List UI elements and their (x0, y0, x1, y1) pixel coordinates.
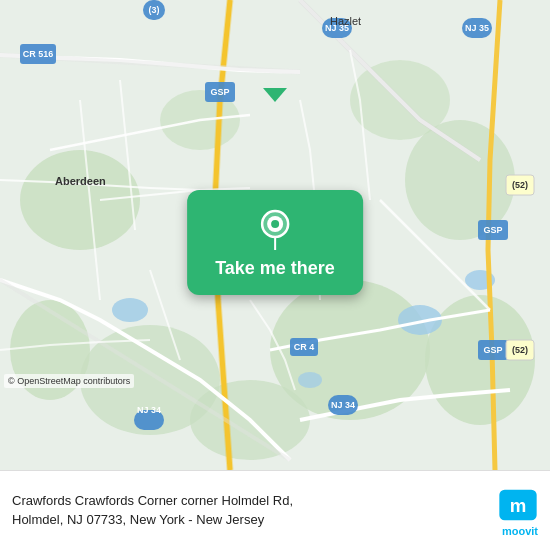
svg-point-42 (271, 220, 279, 228)
address-text: Crawfords Crawfords Corner corner Holmde… (12, 492, 488, 528)
svg-text:(52): (52) (512, 180, 528, 190)
svg-text:GSP: GSP (210, 87, 229, 97)
svg-text:GSP: GSP (483, 225, 502, 235)
moovit-brand-text: moovit (502, 525, 538, 537)
moovit-logo-icon: m (498, 485, 538, 525)
map-attribution: © OpenStreetMap contributors (4, 374, 134, 388)
popup-wrapper: Take me there (263, 90, 287, 102)
address-line2: Holmdel, NJ 07733, New York - New Jersey (12, 511, 488, 529)
svg-point-13 (298, 372, 322, 388)
svg-text:CR 4: CR 4 (294, 342, 315, 352)
svg-text:GSP: GSP (483, 345, 502, 355)
location-pin-icon (253, 206, 297, 250)
info-bar: Crawfords Crawfords Corner corner Holmde… (0, 470, 550, 550)
popup-tail (263, 88, 287, 102)
svg-text:NJ 34: NJ 34 (331, 400, 355, 410)
svg-point-11 (112, 298, 148, 322)
popup-card[interactable]: Take me there (187, 190, 363, 295)
svg-text:Hazlet: Hazlet (330, 15, 361, 27)
svg-text:CR 516: CR 516 (23, 49, 54, 59)
svg-text:NJ 34: NJ 34 (137, 405, 161, 415)
svg-point-1 (20, 150, 140, 250)
svg-text:(3): (3) (149, 5, 160, 15)
svg-marker-44 (263, 88, 287, 102)
map-container: CR 516 NJ 35 NJ 35 GSP GSP GSP NJ 34 NJ … (0, 0, 550, 470)
svg-text:Aberdeen: Aberdeen (55, 175, 106, 187)
svg-text:(52): (52) (512, 345, 528, 355)
address-line1: Crawfords Crawfords Corner corner Holmde… (12, 492, 488, 510)
svg-text:NJ 35: NJ 35 (465, 23, 489, 33)
svg-text:m: m (510, 495, 527, 516)
moovit-logo: m moovit (498, 485, 538, 537)
take-me-there-button[interactable]: Take me there (215, 258, 335, 279)
